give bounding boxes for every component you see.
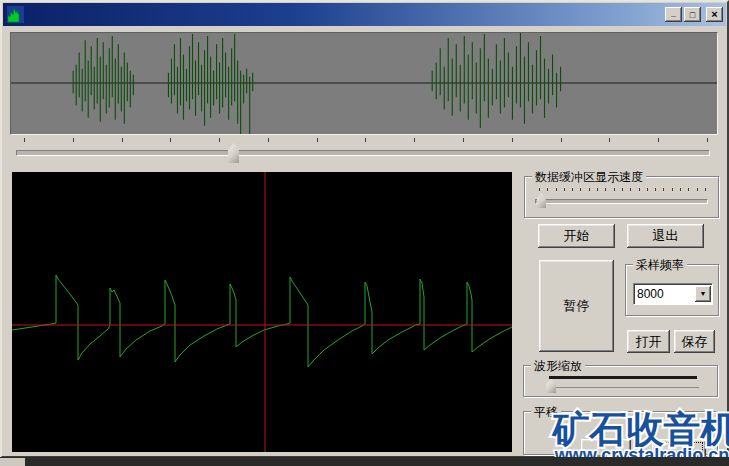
close-button[interactable]: × (706, 7, 723, 22)
minimize-icon: _ (671, 8, 676, 18)
slider-tick-marks (24, 138, 708, 143)
scope-svg (12, 172, 512, 452)
pan-group-label: 平移 (531, 404, 561, 421)
slider-track[interactable] (16, 150, 710, 156)
zoom-slider-rail (556, 387, 699, 388)
maximize-button[interactable]: □ (684, 7, 701, 22)
desktop-strip (0, 457, 729, 466)
scope-waveform (12, 275, 512, 367)
titlebar-controls: _ □ × (665, 7, 723, 22)
speed-slider-track[interactable] (535, 199, 708, 204)
maximize-icon: □ (690, 10, 695, 20)
close-icon: × (711, 8, 717, 20)
scope-display (12, 172, 512, 452)
speed-slider[interactable] (535, 183, 708, 209)
speed-slider-ticks (539, 188, 706, 193)
dropdown-arrow-icon[interactable]: ▼ (695, 286, 711, 302)
desktop-stub (0, 458, 25, 466)
buffer-position-slider[interactable] (10, 135, 716, 165)
exit-button[interactable]: 退出 (627, 224, 704, 248)
zoom-slider-track[interactable] (549, 376, 697, 379)
pause-button[interactable]: 暂停 (539, 260, 614, 352)
waveform-zoom-group: 波形缩放 (523, 365, 718, 397)
pan-group: 平移 (523, 411, 718, 455)
sample-rate-value: 8000 (634, 287, 695, 301)
pan-left-button[interactable] (581, 439, 631, 457)
sample-rate-group: 采样频率 8000 ▼ (625, 264, 719, 316)
waveform-zoom-label: 波形缩放 (531, 358, 585, 375)
save-button[interactable]: 保存 (674, 330, 715, 353)
sample-rate-group-label: 采样频率 (633, 257, 687, 274)
overview-waveform-svg (11, 33, 717, 134)
open-button[interactable]: 打开 (627, 330, 670, 353)
pan-right-button[interactable] (652, 439, 706, 457)
app-icon (7, 6, 24, 23)
speed-group: 数据缓冲区显示速度 (524, 176, 719, 218)
sample-rate-combobox[interactable]: 8000 ▼ (633, 283, 713, 305)
title-bar[interactable]: _ □ × (3, 3, 726, 26)
start-button[interactable]: 开始 (538, 224, 615, 248)
zoom-slider-thumb[interactable] (546, 379, 556, 393)
slider-thumb[interactable] (228, 143, 239, 163)
minimize-button[interactable]: _ (665, 7, 682, 22)
speed-slider-thumb[interactable] (537, 193, 546, 208)
overview-waveform-panel (10, 32, 718, 135)
app-window: _ □ × 数据缓冲区显示速度 开始 退出 暂停 采样频率 (0, 0, 729, 458)
